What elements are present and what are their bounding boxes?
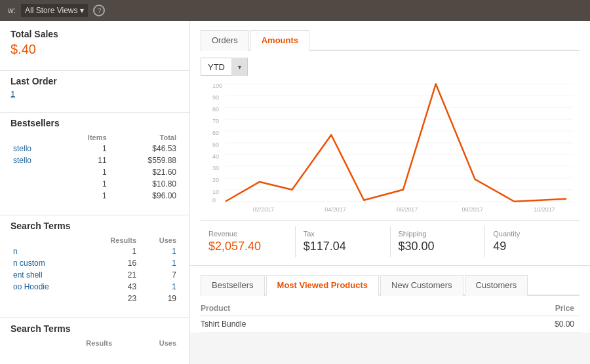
svg-text:70: 70 <box>212 118 219 124</box>
svg-text:30: 30 <box>212 165 219 172</box>
svg-text:08/2017: 08/2017 <box>462 206 483 213</box>
search-terms-section: Search Terms Results Uses n 1 1 n custom… <box>0 221 189 312</box>
table-row: 1 $96.00 <box>10 190 179 202</box>
metric-tax: Tax $117.04 <box>296 226 391 257</box>
tab-orders[interactable]: Orders <box>201 30 249 51</box>
sidebar: Total Sales $.40 Last Order 1 Bestseller… <box>0 21 190 364</box>
bestsellers-title: Bestsellers <box>10 118 179 128</box>
search-term[interactable]: n <box>10 246 83 257</box>
table-row: Tshirt Bundle $0.00 <box>201 316 580 333</box>
sidebar-divider-4 <box>0 318 189 318</box>
tab-most-viewed[interactable]: Most Viewed Products <box>266 275 379 296</box>
bottom-tabs: Bestsellers Most Viewed Products New Cus… <box>201 274 580 296</box>
svg-text:10/2017: 10/2017 <box>534 206 555 213</box>
store-selector[interactable]: All Store Views ▾ <box>21 4 88 17</box>
period-label: YTD <box>201 62 231 72</box>
product-col-header: Product <box>201 301 455 316</box>
total-sales-prefix: $ <box>10 42 18 56</box>
metric-quantity-value: 49 <box>493 240 572 253</box>
table-row: 23 19 <box>10 293 179 304</box>
search-results: 43 <box>83 281 139 293</box>
seller-name <box>10 178 60 190</box>
search-term[interactable]: oo Hoodie <box>10 281 83 293</box>
search-col-term <box>10 235 83 246</box>
svg-text:80: 80 <box>212 106 219 113</box>
seller-name <box>10 166 60 178</box>
period-dropdown[interactable]: YTD ▾ <box>201 58 248 76</box>
search-terms-table: Results Uses n 1 1 n custom 16 1 ent she… <box>10 235 179 304</box>
svg-text:06/2017: 06/2017 <box>397 206 418 213</box>
product-name: Tshirt Bundle <box>201 316 455 333</box>
table-row: 1 $21.60 <box>10 166 179 178</box>
table-row: stello 1 $46.53 <box>10 143 179 155</box>
seller-items: 1 <box>60 166 109 178</box>
metric-tax-label: Tax <box>304 230 382 238</box>
chart-metrics: Revenue $2,057.40 Tax $117.04 Shipping $… <box>201 220 580 257</box>
chart-tabs: Orders Amounts <box>201 29 580 51</box>
total-sales-title: Total Sales <box>10 29 179 39</box>
bestsellers-col-name <box>10 132 60 143</box>
svg-text:04/2017: 04/2017 <box>324 206 345 213</box>
svg-text:60: 60 <box>212 130 219 136</box>
table-row: n custom 16 1 <box>10 257 179 269</box>
search-results: 23 <box>83 293 139 304</box>
svg-text:40: 40 <box>212 153 219 160</box>
product-price: $0.00 <box>455 316 580 333</box>
bottom-panel: Bestsellers Most Viewed Products New Cus… <box>190 266 590 333</box>
search-terms2-section: Search Terms Results Uses <box>0 323 189 356</box>
tab-bestsellers[interactable]: Bestsellers <box>201 275 265 296</box>
seller-total: $10.80 <box>109 178 179 190</box>
search2-col-uses: Uses <box>115 338 179 348</box>
table-row: stello 11 $559.88 <box>10 155 179 166</box>
chart-container: 100 90 80 70 60 50 40 30 20 10 0 <box>201 82 580 213</box>
tab-new-customers[interactable]: New Customers <box>380 275 463 296</box>
search-results: 16 <box>83 257 139 269</box>
svg-text:20: 20 <box>212 177 219 183</box>
last-order-link[interactable]: 1 <box>10 89 15 99</box>
last-order-section: Last Order 1 <box>0 76 189 107</box>
table-row: oo Hoodie 43 1 <box>10 281 179 293</box>
bottom-products-table: Product Price Tshirt Bundle $0.00 <box>201 301 580 333</box>
top-bar: w: All Store Views ▾ ? <box>0 0 590 21</box>
seller-name[interactable]: stello <box>10 143 60 155</box>
search-term[interactable]: ent shell <box>10 269 83 281</box>
tab-customers[interactable]: Customers <box>465 275 528 296</box>
table-row: 1 $10.80 <box>10 178 179 190</box>
seller-items: 1 <box>60 178 109 190</box>
bestsellers-table: Items Total stello 1 $46.53 stello 11 $5… <box>10 132 179 202</box>
total-sales-section: Total Sales $.40 <box>0 29 189 65</box>
search-uses: 1 <box>139 281 179 293</box>
metric-shipping: Shipping $30.00 <box>391 226 486 257</box>
search2-col-results: Results <box>26 338 115 348</box>
seller-name <box>10 190 60 202</box>
sidebar-divider-2 <box>0 112 189 113</box>
svg-text:90: 90 <box>212 94 219 101</box>
svg-text:0: 0 <box>212 197 216 204</box>
period-dropdown-arrow: ▾ <box>231 58 247 76</box>
bestsellers-section: Bestsellers Items Total stello 1 $46.53 … <box>0 118 189 209</box>
seller-total: $96.00 <box>109 190 179 202</box>
seller-items: 1 <box>60 190 109 202</box>
sidebar-divider-3 <box>0 215 189 215</box>
svg-text:10: 10 <box>212 189 219 195</box>
content-area: Orders Amounts YTD ▾ 100 90 80 70 60 <box>190 21 590 364</box>
table-row: ent shell 21 7 <box>10 269 179 281</box>
store-view-label: w: <box>8 6 16 15</box>
seller-name[interactable]: stello <box>10 155 60 166</box>
search2-col-term <box>10 338 26 348</box>
metric-tax-value: $117.04 <box>304 240 382 253</box>
search-term <box>10 293 83 304</box>
last-order-title: Last Order <box>10 76 179 86</box>
period-selector: YTD ▾ <box>201 58 580 76</box>
store-name: All Store Views <box>25 6 77 15</box>
price-col-header: Price <box>455 301 580 316</box>
search-col-results: Results <box>83 235 139 246</box>
metric-quantity-label: Quantity <box>493 230 572 238</box>
line-chart: 100 90 80 70 60 50 40 30 20 10 0 <box>201 82 580 213</box>
search-term[interactable]: n custom <box>10 257 83 269</box>
tab-amounts[interactable]: Amounts <box>250 30 309 51</box>
search-terms2-title: Search Terms <box>10 323 179 334</box>
seller-total: $559.88 <box>109 155 179 166</box>
search-uses: 19 <box>139 293 179 304</box>
help-icon[interactable]: ? <box>93 5 105 16</box>
